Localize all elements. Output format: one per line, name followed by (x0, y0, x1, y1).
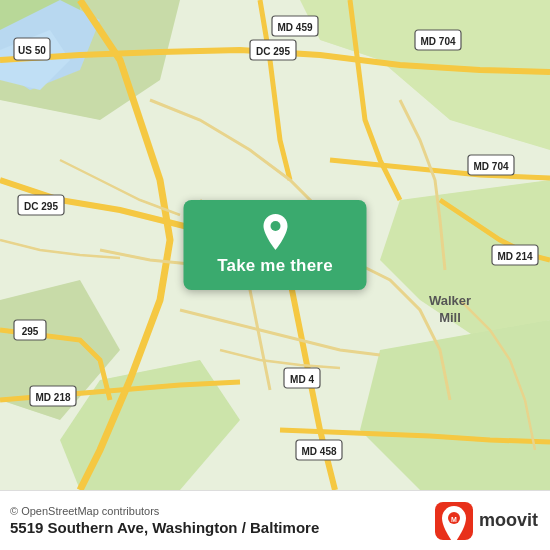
svg-text:Walker: Walker (429, 293, 471, 308)
location-pin-icon (260, 214, 290, 250)
svg-text:US 50: US 50 (18, 45, 46, 56)
svg-text:MD 214: MD 214 (497, 251, 532, 262)
svg-text:MD 704: MD 704 (420, 36, 455, 47)
svg-text:MD 704: MD 704 (473, 161, 508, 172)
bottom-bar: © OpenStreetMap contributors 5519 Southe… (0, 490, 550, 550)
svg-point-34 (270, 221, 280, 231)
svg-text:MD 4: MD 4 (290, 374, 314, 385)
svg-text:M: M (451, 516, 457, 523)
take-me-there-label: Take me there (217, 256, 333, 276)
take-me-there-button[interactable]: Take me there (184, 200, 367, 290)
moovit-brand-name: moovit (479, 510, 538, 531)
map-container: US 50 DC 295 DC 295 295 MD 459 MD 704 MD… (0, 0, 550, 490)
svg-text:MD 458: MD 458 (301, 446, 336, 457)
moovit-brand-icon: M (435, 502, 473, 540)
svg-text:DC 295: DC 295 (24, 201, 58, 212)
svg-text:DC 295: DC 295 (256, 46, 290, 57)
svg-text:MD 218: MD 218 (35, 392, 70, 403)
osm-attribution: © OpenStreetMap contributors (10, 505, 319, 517)
moovit-logo: M moovit (435, 502, 538, 540)
svg-text:Mill: Mill (439, 310, 461, 325)
button-overlay: Take me there (184, 200, 367, 290)
svg-text:295: 295 (22, 326, 39, 337)
bottom-left: © OpenStreetMap contributors 5519 Southe… (10, 505, 319, 536)
svg-text:MD 459: MD 459 (277, 22, 312, 33)
location-title: 5519 Southern Ave, Washington / Baltimor… (10, 519, 319, 536)
